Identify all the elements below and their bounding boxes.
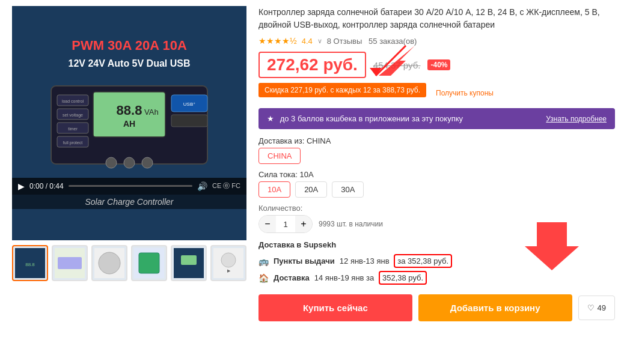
qty-decrease[interactable]: − [259, 216, 276, 232]
wishlist-count: 49 [598, 303, 606, 312]
pickup-price: за 352,38 руб. [394, 254, 452, 268]
svg-text:AH: AH [123, 119, 135, 129]
image-label: Solar Charge Controller [12, 195, 246, 209]
cashback-text: до 3 баллов кэшбека в приложении за эту … [280, 114, 463, 123]
shipping-from-section: Доставка из: CHINA [258, 136, 615, 145]
price-row: 272,62 руб. 454,37 руб. -40% [258, 52, 615, 78]
svg-point-16 [106, 157, 117, 168]
amperage-label: Сила тока: 10А [258, 170, 314, 179]
svg-point-18 [142, 157, 153, 168]
thumbnail-5[interactable] [171, 245, 207, 281]
ce-marks: CE ⓔ FC [212, 181, 240, 190]
shipping-from-label: Доставка из: CHINA [258, 136, 331, 145]
pickup-icon: 🚌 [258, 256, 269, 266]
thumbnail-6[interactable]: ▶ [210, 245, 246, 281]
svg-point-24 [99, 252, 120, 274]
svg-rect-15 [171, 115, 207, 127]
device-illustration: 88.8 VAh AH load control set voltage tim… [45, 74, 213, 176]
china-option[interactable]: CHINA [258, 148, 301, 164]
origin-options: CHINA [258, 148, 615, 164]
right-panel: Контроллер заряда солнечной батареи 30 А… [258, 6, 615, 321]
reviews-count: 8 Отзывы 55 заказа(ов) [327, 37, 417, 46]
svg-text:VAh: VAh [144, 108, 159, 117]
left-panel: PWM 30A 20A 10A 12V 24V Auto 5V Dual USB… [12, 6, 246, 321]
svg-rect-22 [58, 257, 82, 269]
learn-more-link[interactable]: Узнать подробнее [546, 115, 607, 123]
delivery-section: Доставка в Supsekh 🚌 Пункты выдачи 12 ян… [258, 240, 615, 285]
svg-text:USB⁺: USB⁺ [183, 102, 195, 107]
home-icon: 🏠 [258, 273, 269, 283]
home-delivery-row: 🏠 Доставка 14 янв-19 янв за 352,38 руб. [258, 271, 615, 285]
thumbnail-2[interactable] [52, 245, 88, 281]
svg-point-17 [124, 157, 135, 168]
price-current: 272,62 руб. [258, 52, 366, 78]
svg-text:88.8: 88.8 [117, 103, 142, 118]
svg-text:set voltage: set voltage [63, 113, 83, 118]
video-bar: ▶ 0:00 / 0:44 🔊 CE ⓔ FC [12, 178, 246, 195]
pickup-date: 12 янв-13 янв за 352,38 руб. [340, 254, 452, 268]
amperage-section: Сила тока: 10А [258, 170, 615, 179]
coupon-link[interactable]: Получить купоны [436, 89, 494, 97]
qty-increase[interactable]: + [295, 216, 312, 232]
svg-rect-28 [181, 255, 197, 265]
quantity-row: − 1 + 9993 шт. в наличии [258, 215, 615, 233]
wishlist-button[interactable]: ♡ 49 [578, 296, 615, 320]
video-time: 0:00 / 0:44 [29, 182, 64, 190]
home-label: Доставка [274, 273, 310, 282]
image-title-line2: 12V 24V Auto 5V Dual USB [68, 58, 190, 69]
thumbnail-4[interactable] [131, 245, 167, 281]
svg-point-30 [221, 253, 236, 267]
thumbnail-1[interactable]: 88.8 [12, 245, 48, 281]
add-to-cart-button[interactable]: Добавить в корзину [418, 294, 572, 321]
quantity-control: − 1 + [258, 215, 313, 233]
image-title-line1: PWM 30A 20A 10A [72, 37, 187, 55]
amperage-options: 10А 20А 30А [258, 181, 615, 198]
star-icon: ★ [267, 114, 274, 123]
svg-text:timer: timer [68, 127, 78, 131]
main-image: PWM 30A 20A 10A 12V 24V Auto 5V Dual USB… [12, 6, 246, 240]
svg-text:full protect: full protect [63, 141, 82, 145]
delivery-title: Доставка в Supsekh [258, 240, 615, 249]
play-button[interactable]: ▶ [18, 181, 25, 191]
amp-10a[interactable]: 10А [258, 181, 290, 198]
svg-text:88.8: 88.8 [25, 262, 35, 267]
discount-badge: -40% [427, 59, 450, 70]
buy-now-button[interactable]: Купить сейчас [258, 294, 412, 321]
product-title: Контроллер заряда солнечной батареи 30 А… [258, 6, 615, 31]
amp-30a[interactable]: 30А [332, 181, 364, 198]
quantity-label: Количество: [258, 204, 302, 213]
svg-rect-26 [139, 253, 159, 273]
thumbnail-3[interactable] [91, 245, 127, 281]
pickup-label: Пункты выдачи [274, 256, 335, 265]
pickup-delivery-row: 🚌 Пункты выдачи 12 янв-13 янв за 352,38 … [258, 254, 615, 268]
svg-text:load control: load control [62, 99, 84, 103]
price-old: 454,37 руб. [373, 60, 421, 70]
qty-value: 1 [276, 220, 295, 229]
amp-20a[interactable]: 20А [295, 181, 327, 198]
cashback-bar: ★ до 3 баллов кэшбека в приложении за эт… [258, 108, 615, 129]
rating-row: ★★★★½ 4.4 ∨ 8 Отзывы 55 заказа(ов) [258, 36, 615, 46]
action-bar: Купить сейчас Добавить в корзину ♡ 49 [258, 294, 615, 321]
home-date-price: 14 янв-19 янв за 352,38 руб. [314, 271, 427, 285]
heart-icon: ♡ [587, 303, 595, 312]
stock-info: 9993 шт. в наличии [319, 220, 383, 228]
thumbnails: 88.8 ▶ [12, 245, 246, 281]
rating-value[interactable]: 4.4 [302, 37, 313, 46]
volume-icon[interactable]: 🔊 [197, 181, 207, 191]
home-price: 352,38 руб. [379, 271, 427, 285]
chevron-icon: ∨ [317, 37, 322, 45]
stars: ★★★★½ [258, 36, 297, 46]
video-progress[interactable] [69, 185, 192, 187]
discount-info: Скидка 227,19 руб. с каждых 12 за 388,73… [258, 83, 426, 97]
